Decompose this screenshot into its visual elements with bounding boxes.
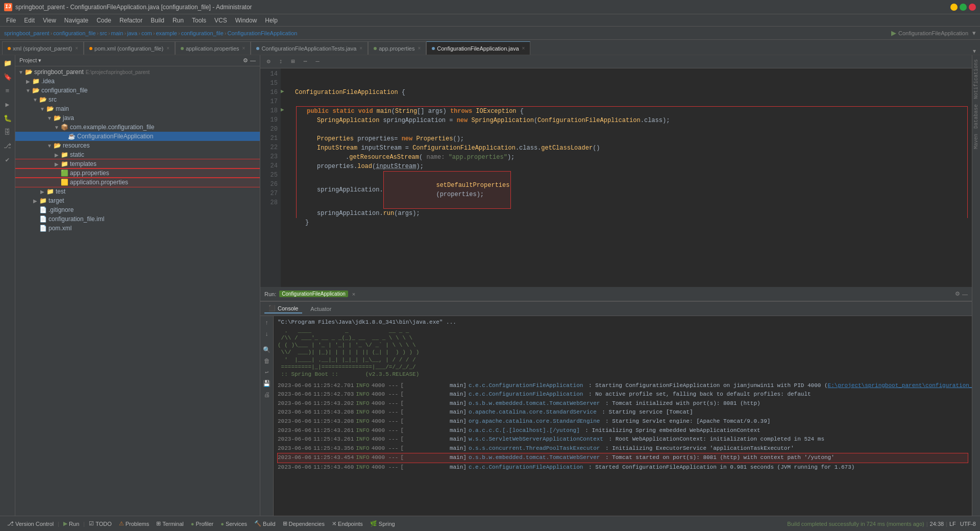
tree-main[interactable]: ▼ 📂 main (15, 104, 260, 113)
build-button[interactable]: 🔨 Build (251, 516, 278, 531)
notifications-label[interactable]: Notifications (973, 59, 979, 99)
spring-button[interactable]: 🌿 Spring (367, 516, 398, 531)
bc-class[interactable]: ConfigurationFileApplication (227, 30, 297, 36)
scroll-down-icon[interactable]: ↓ (262, 329, 272, 340)
bookmark-icon[interactable]: 🔖 (2, 71, 14, 83)
tree-gitignore[interactable]: 📄 .gitignore (15, 205, 260, 214)
maven-label[interactable]: Maven (973, 134, 979, 149)
bc-main[interactable]: main (111, 30, 124, 36)
minimize-button[interactable] (950, 4, 958, 11)
menu-code[interactable]: Code (92, 16, 115, 25)
tabs-overflow-button[interactable]: ▾ (973, 47, 976, 55)
wrap-icon[interactable]: ↩ (262, 367, 272, 377)
tree-conffile[interactable]: ▼ 📂 configuration_file (15, 86, 260, 95)
tab-app-properties[interactable]: application.properties × (175, 41, 251, 55)
tab-main-java[interactable]: ConfigurationFileApplication.java × (426, 41, 530, 55)
tree-iml[interactable]: 📄 configuration_file.iml (15, 214, 260, 224)
menu-help[interactable]: Help (261, 16, 282, 25)
project-settings-icon[interactable]: ⚙ (243, 57, 248, 64)
menu-tools[interactable]: Tools (188, 16, 210, 25)
console-tab-actuator[interactable]: Actuator (306, 305, 335, 313)
tab-xml-parent[interactable]: xml (springboot_parent) × (2, 41, 84, 55)
run-status-button[interactable]: ▶ Run (60, 516, 82, 531)
bc-root[interactable]: springboot_parent (4, 30, 50, 36)
tree-root[interactable]: ▼ 📂 springboot_parent E:\project\springb… (15, 67, 260, 77)
menu-navigate[interactable]: Navigate (60, 16, 92, 25)
menu-window[interactable]: Window (231, 16, 261, 25)
menu-file[interactable]: File (2, 16, 20, 25)
project-collapse-icon[interactable]: — (250, 57, 256, 64)
minimize-icon[interactable]: — (962, 291, 968, 297)
tree-application-properties[interactable]: 🟨 application.properties (15, 178, 260, 187)
run-tool-icon[interactable]: ▶ (2, 99, 14, 111)
position-label[interactable]: 24:38 (930, 521, 944, 527)
settings-icon[interactable]: ⚙ (955, 291, 960, 297)
tab-close-icon[interactable]: × (418, 45, 421, 51)
maximize-button[interactable] (960, 4, 967, 11)
run-close-icon[interactable]: × (352, 291, 355, 297)
menu-build[interactable]: Build (146, 16, 168, 25)
run-gutter-icon[interactable]: ▶ (281, 88, 291, 97)
tree-idea[interactable]: ▶ 📁 .idea (15, 77, 260, 86)
sort-icon[interactable]: ↕ (276, 57, 286, 67)
tree-static[interactable]: ▶ 📁 static (15, 150, 260, 159)
commit-icon[interactable]: ✔ (2, 154, 14, 166)
profiler-button[interactable]: ● Profiler (188, 516, 217, 531)
window-controls[interactable] (950, 4, 976, 11)
todo-button[interactable]: ☑ TODO (86, 516, 115, 531)
tree-pom[interactable]: 📄 pom.xml (15, 224, 260, 233)
tab-pom[interactable]: pom.xml (configuration_file) × (84, 41, 175, 55)
tab-tests[interactable]: ConfigurationFileApplicationTests.java × (251, 41, 368, 55)
menu-refactor[interactable]: Refactor (115, 16, 146, 25)
bc-module[interactable]: configuration_file (53, 30, 95, 36)
bc-com[interactable]: com (141, 30, 152, 36)
tree-java[interactable]: ▼ 📂 java (15, 113, 260, 123)
console-tab-console[interactable]: ⬛ Console (264, 304, 302, 313)
git-icon[interactable]: ⎇ (2, 140, 14, 152)
bc-java[interactable]: java (127, 30, 137, 36)
tab-close-icon[interactable]: × (75, 45, 78, 51)
menu-vcs[interactable]: VCS (210, 16, 231, 25)
save-icon[interactable]: 💾 (262, 378, 272, 389)
close-button[interactable] (969, 4, 976, 11)
terminal-button[interactable]: ⊞ Terminal (153, 516, 187, 531)
more-icon[interactable]: ⋯ (300, 57, 310, 67)
endpoints-button[interactable]: ⤨ Endpoints (329, 516, 366, 531)
bc-example[interactable]: example (156, 30, 177, 36)
structure-icon[interactable]: ≡ (2, 85, 14, 97)
charset-label[interactable]: UTF-8 (960, 521, 976, 527)
database-label[interactable]: Database (973, 104, 979, 129)
problems-button[interactable]: ⚠ Problems (116, 516, 152, 531)
menu-run[interactable]: Run (168, 16, 188, 25)
code-content[interactable]: ConfigurationFileApplication { public st… (291, 68, 972, 287)
collapse-icon[interactable]: — (312, 57, 323, 67)
expand-icon[interactable]: ⊞ (288, 57, 298, 67)
tree-package[interactable]: ▼ 📦 com.example.configuration_file (15, 123, 260, 132)
tree-resources[interactable]: ▼ 📂 resources (15, 141, 260, 150)
encoding-label[interactable]: LF (949, 521, 956, 527)
tree-target[interactable]: ▶ 📁 target (15, 196, 260, 205)
tree-src[interactable]: ▼ 📂 src (15, 95, 260, 104)
tree-templates[interactable]: ▶ 📁 templates (15, 159, 260, 168)
clear-icon[interactable]: 🗑 (262, 356, 272, 366)
tree-test[interactable]: ▶ 📁 test (15, 187, 260, 196)
project-icon[interactable]: 📁 (2, 57, 14, 69)
config-dropdown-icon[interactable]: ▾ (972, 29, 976, 37)
menu-edit[interactable]: Edit (20, 16, 39, 25)
run-config-button[interactable]: ▶ (891, 29, 896, 37)
bc-src[interactable]: src (100, 30, 107, 36)
version-control-button[interactable]: ⎇ Version Control (4, 516, 57, 531)
scroll-up-icon[interactable]: ↑ (262, 318, 272, 328)
services-button[interactable]: ● Services (217, 516, 250, 531)
run-gutter-icon[interactable]: ▶ (281, 106, 291, 115)
tab-close-icon[interactable]: × (522, 45, 525, 51)
database-icon[interactable]: 🗄 (2, 126, 14, 138)
dependencies-button[interactable]: ⊞ Dependencies (280, 516, 328, 531)
tab-close-icon[interactable]: × (166, 45, 169, 51)
print-icon[interactable]: 🖨 (262, 390, 272, 400)
settings-icon[interactable]: ⚙ (263, 57, 274, 67)
tree-main-class[interactable]: ☕ ConfigurationFileApplication (15, 132, 260, 141)
tab-appprops[interactable]: app.properties × (368, 41, 426, 55)
bc-configfile[interactable]: configuration_file (181, 30, 224, 36)
filter-icon[interactable]: 🔍 (262, 345, 272, 355)
